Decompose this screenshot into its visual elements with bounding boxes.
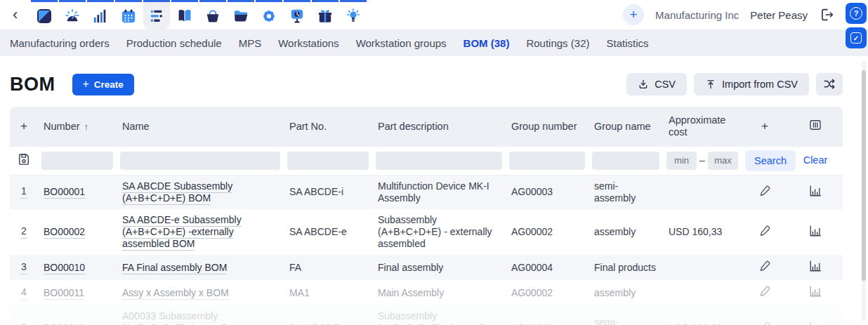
row-index-link[interactable]: 1 xyxy=(20,185,27,199)
part-description-cell: Main Assembly xyxy=(372,280,506,305)
import-csv-button[interactable]: Import from CSV xyxy=(694,73,809,95)
tab-workstation-groups[interactable]: Workstation groups xyxy=(356,37,447,49)
tab-production-schedule[interactable]: Production schedule xyxy=(126,37,222,49)
col-name[interactable]: Name xyxy=(117,107,284,147)
filter-name-input[interactable] xyxy=(120,152,280,170)
filter-row: – Search Clear xyxy=(10,147,843,175)
bom-number-link[interactable]: BO00012 xyxy=(44,322,85,325)
vertical-scrollbar[interactable] xyxy=(862,60,866,321)
question-icon: ? xyxy=(850,7,862,20)
group-name-cell: assembly xyxy=(588,280,663,305)
tab-mps[interactable]: MPS xyxy=(239,37,262,49)
documents-folder-icon[interactable] xyxy=(228,0,254,29)
bom-name-link[interactable]: SA ABCDE-e Subassembly (A+B+C+D+E) -exte… xyxy=(122,214,242,251)
bom-number-link[interactable]: BO00001 xyxy=(44,186,85,199)
bom-number-link[interactable]: BO00010 xyxy=(44,262,85,274)
col-part-description[interactable]: Part description xyxy=(372,107,506,147)
tasks-button[interactable]: ✓ xyxy=(846,27,867,48)
row-index-link[interactable]: 5 xyxy=(20,321,27,325)
edit-pencil-icon[interactable] xyxy=(758,225,771,237)
shuffle-icon xyxy=(823,78,836,91)
filter-group-number-input[interactable] xyxy=(509,152,585,170)
col-group-number[interactable]: Group number xyxy=(506,107,588,147)
create-button[interactable]: + Create xyxy=(72,74,134,95)
csv-download-button[interactable]: CSV xyxy=(626,73,687,95)
tab-manufacturing-orders[interactable]: Manufacturing orders xyxy=(10,37,110,49)
upload-icon xyxy=(705,79,716,90)
stats-chart-icon[interactable] xyxy=(809,185,822,197)
user-name[interactable]: Peter Peasy xyxy=(750,9,808,21)
bom-number-link[interactable]: BO00002 xyxy=(44,226,85,239)
bom-name-link[interactable]: FA Final assembly BOM xyxy=(122,262,227,274)
crm-presentation-icon[interactable] xyxy=(284,0,310,29)
part-no-cell: SA-ABCDE xyxy=(284,305,372,325)
shuffle-view-button[interactable] xyxy=(816,73,843,95)
stats-chart-icon[interactable] xyxy=(809,260,822,272)
group-name-cell: assembly xyxy=(588,209,663,255)
company-name[interactable]: Manufacturing Inc xyxy=(655,9,739,21)
clear-button[interactable]: Clear xyxy=(803,154,828,166)
edit-pencil-icon[interactable] xyxy=(758,185,771,197)
group-number-cell: AG00004 xyxy=(506,255,588,280)
filter-part-description-input[interactable] xyxy=(376,152,502,170)
cost-cell xyxy=(663,280,742,305)
stats-chart-icon[interactable] xyxy=(809,225,822,237)
tab-bom[interactable]: BOM (38) xyxy=(463,37,510,49)
bom-name-link[interactable]: Assy x Assembly x BOM xyxy=(122,287,229,300)
production-planning-gantt-icon[interactable] xyxy=(143,0,170,29)
table-row: 3 BO00010 FA Final assembly BOM FA Final… xyxy=(10,255,843,280)
table-actions: CSV Import from CSV xyxy=(626,73,843,95)
scrollbar-thumb[interactable] xyxy=(862,70,866,281)
bom-number-link[interactable]: BO00011 xyxy=(44,287,84,300)
part-description-cell: Final assembly xyxy=(372,255,506,280)
collapse-sidebar-chevron-icon[interactable]: ‹ xyxy=(10,7,20,22)
filter-part-no-input[interactable] xyxy=(287,152,369,170)
cost-cell xyxy=(663,175,742,209)
filter-group-name-input[interactable] xyxy=(592,152,659,170)
col-approx-cost[interactable]: Approximate cost xyxy=(663,107,742,147)
logout-icon[interactable] xyxy=(819,7,834,22)
col-part-no[interactable]: Part No. xyxy=(284,107,372,147)
stats-chart-icon[interactable] xyxy=(809,321,822,325)
edit-pencil-icon[interactable] xyxy=(758,321,771,325)
row-index-link[interactable]: 3 xyxy=(20,261,27,274)
group-name-cell: Final products xyxy=(588,255,663,280)
part-description-cell: Subassembly (A+B+C+D+E) - internally ass… xyxy=(372,305,506,325)
stock-book-icon[interactable] xyxy=(171,0,198,29)
stats-chart-icon[interactable] xyxy=(809,285,822,298)
edit-pencil-icon[interactable] xyxy=(758,260,771,272)
column-settings-icon[interactable] xyxy=(788,107,843,147)
search-button[interactable]: Search xyxy=(745,150,796,171)
row-index-link[interactable]: 4 xyxy=(20,286,27,300)
col-group-name[interactable]: Group name xyxy=(588,107,663,147)
tab-routings[interactable]: Routings (32) xyxy=(526,37,589,49)
tab-workstations[interactable]: Workstations xyxy=(278,37,338,49)
group-name-cell: semi-assembly xyxy=(588,305,663,325)
add-quick-icon[interactable]: + xyxy=(623,4,644,25)
bom-name-link[interactable]: SA ABCDE Subassembly (A+B+C+D+E) BOM xyxy=(122,180,232,205)
filter-cost-min-input[interactable] xyxy=(666,152,697,170)
app-logo-icon[interactable] xyxy=(31,0,58,29)
edit-pencil-icon[interactable] xyxy=(758,285,771,298)
tab-statistics[interactable]: Statistics xyxy=(606,37,648,49)
filter-number-input[interactable] xyxy=(41,152,113,170)
save-filter-icon[interactable] xyxy=(17,152,31,166)
col-number[interactable]: Number ↑ xyxy=(38,107,117,147)
plus-icon: + xyxy=(83,80,89,89)
group-number-cell: AG00003 xyxy=(506,175,588,209)
calendar-icon[interactable] xyxy=(115,0,142,29)
bom-name-link[interactable]: A00033 Subassembly (A+B+C+D+E) -internal… xyxy=(122,310,231,325)
help-button[interactable]: ? xyxy=(846,3,867,24)
statistics-bars-icon[interactable] xyxy=(87,0,114,29)
page-title: BOM xyxy=(10,74,55,95)
filter-cost-max-input[interactable] xyxy=(708,152,738,170)
add-row-icon[interactable]: + xyxy=(10,107,38,147)
procurement-basket-icon[interactable] xyxy=(199,0,226,29)
rewards-gift-icon[interactable] xyxy=(312,0,338,29)
add-column-icon[interactable]: + xyxy=(742,107,788,147)
settings-gear-icon[interactable] xyxy=(256,0,282,29)
app-icon-strip xyxy=(30,0,367,29)
tips-lightbulb-icon[interactable] xyxy=(340,0,367,29)
dashboard-gauge-icon[interactable] xyxy=(59,0,86,29)
row-index-link[interactable]: 2 xyxy=(20,225,27,239)
